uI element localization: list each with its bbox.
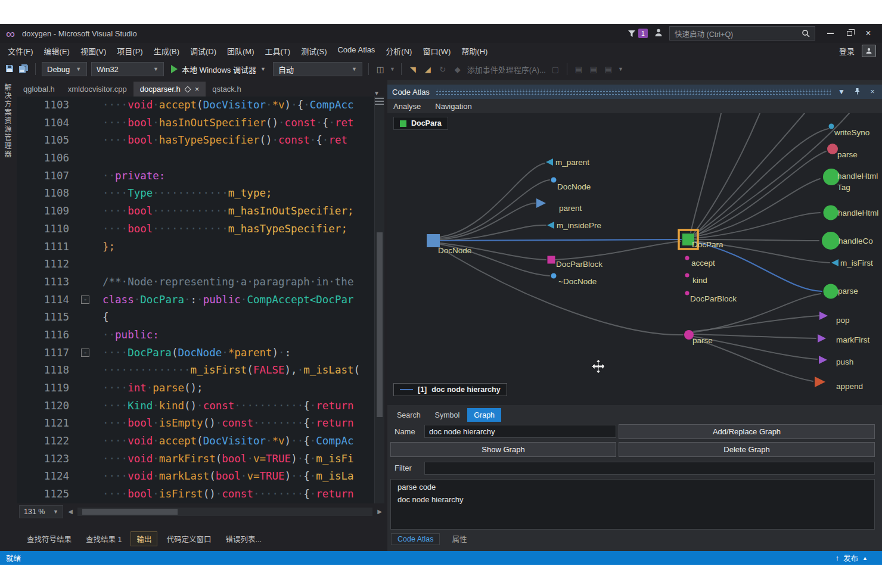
code-line[interactable]: 1122····void·accept(DocVisitor·*v)··{·Co… (17, 433, 384, 450)
graph-node-writesyno[interactable]: writeSyno (829, 124, 870, 138)
code-atlas-header[interactable]: Code Atlas ▼ × (387, 85, 882, 99)
atlas-bottom-tab-Code Atlas[interactable]: Code Atlas (391, 533, 440, 545)
code-line[interactable]: 1121····bool·isEmpty()·const········{·re… (17, 415, 384, 433)
menu-item-8[interactable]: 测试(S) (296, 43, 332, 58)
code-line[interactable]: 1113/**·Node·representing·a·paragraph·in… (17, 273, 384, 291)
atlas-tab-search[interactable]: Search (390, 408, 427, 422)
graph-node-handlehtml[interactable]: handleHtml (824, 206, 879, 220)
bottom-tab-代码定义窗口[interactable]: 代码定义窗口 (161, 532, 216, 546)
build-graph-icon[interactable]: ◥ (408, 65, 418, 74)
code-line[interactable]: 1120····Kind·kind()·const···········{·re… (17, 397, 384, 415)
fold-collapse-icon[interactable]: - (81, 295, 89, 304)
code-line[interactable]: 1108····Type············m_type; (17, 185, 384, 203)
menu-item-0[interactable]: 文件(F) (2, 43, 39, 58)
graph-node-handlehtmltag[interactable]: handleHtmlTag (823, 169, 878, 192)
code-line[interactable]: 1124····void·markLast(bool·v=TRUE)··{·m_… (17, 468, 384, 486)
atlas-menu-analyse[interactable]: Analyse (393, 102, 421, 111)
atlas-bottom-tab-属性[interactable]: 属性 (446, 532, 473, 546)
graph-node-pop[interactable]: pop (819, 312, 850, 325)
zoom-dropdown[interactable]: 131 %▼ (19, 505, 63, 518)
build-chart-icon[interactable]: ◢ (423, 65, 433, 74)
code-line[interactable]: 1109····bool············m_hasInOutSpecif… (17, 203, 384, 220)
graph-node-m-isfirst[interactable]: m_isFirst (831, 259, 873, 267)
graph-node-m-parent[interactable]: m_parent (546, 158, 589, 167)
wrench-icon[interactable]: ◆ (452, 65, 463, 74)
auto-dropdown[interactable]: 自动▼ (273, 62, 362, 76)
code-line[interactable]: 1104····bool·hasInOutSpecifier()·const·{… (17, 114, 384, 132)
atlas-tab-symbol[interactable]: Symbol (428, 408, 467, 422)
graph-node-accept[interactable]: accept (685, 256, 716, 268)
save-icon[interactable] (5, 64, 14, 75)
list-icon[interactable]: ▤ (603, 65, 614, 74)
code-line[interactable]: 1105····bool·hasTypeSpecifier()·const·{·… (17, 132, 384, 150)
code-line[interactable]: 1103····void·accept(DocVisitor·*v)·{·Com… (17, 97, 384, 114)
code-line[interactable]: 1119····int·parse(); (17, 379, 384, 397)
graph-node-kind[interactable]: kind (685, 273, 707, 285)
graph-name-input[interactable] (424, 425, 616, 438)
quick-launch-input[interactable]: 快速启动 (Ctrl+Q) (669, 26, 815, 41)
feedback-icon[interactable] (654, 28, 663, 39)
graph-node-docnode-member[interactable]: DocNode (551, 178, 591, 192)
graph-list-item[interactable]: doc node hierarchy (391, 493, 874, 506)
add-replace-graph-button[interactable]: Add/Replace Graph (619, 424, 875, 439)
sign-in-link[interactable]: 登录 (839, 45, 855, 57)
delete-graph-button[interactable]: Delete Graph (619, 442, 875, 457)
editor-tab-qstack.h[interactable]: qstack.h (206, 82, 247, 97)
menu-item-1[interactable]: 编辑(E) (39, 43, 75, 58)
code-line[interactable]: 1114-class·DocPara·:·public·CompAccept<D… (17, 291, 384, 309)
restore-button[interactable] (840, 26, 858, 41)
code-line[interactable]: 1106 (17, 150, 384, 167)
save-all-icon[interactable] (18, 64, 29, 75)
designer-icon[interactable]: ▢ (550, 65, 561, 74)
editor-tab-docparser.h[interactable]: docparser.h× (133, 82, 206, 97)
code-line[interactable]: 1118··············m_isFirst(FALSE),·m_is… (17, 362, 384, 379)
graph-node-parse-member[interactable]: parse (684, 330, 713, 345)
atlas-tab-graph[interactable]: Graph (467, 408, 501, 422)
menu-item-2[interactable]: 视图(V) (75, 43, 111, 58)
scroll-left-arrow-icon[interactable]: ◀ (66, 508, 75, 515)
code-line[interactable]: 1111}; (17, 238, 384, 256)
bottom-tab-输出[interactable]: 输出 (131, 531, 157, 546)
publish-button[interactable]: 发布 (843, 552, 858, 564)
close-panel-icon[interactable]: × (868, 88, 877, 96)
bottom-tab-查找结果 1[interactable]: 查找结果 1 (80, 532, 127, 546)
editor-tab-qglobal.h[interactable]: qglobal.h (17, 82, 61, 97)
menu-item-4[interactable]: 生成(B) (148, 43, 185, 58)
graph-canvas[interactable]: DocNodem_parentDocNodeparentm_insidePreD… (387, 113, 882, 405)
menu-item-3[interactable]: 项目(P) (111, 43, 148, 58)
user-avatar[interactable] (862, 45, 876, 57)
code-line[interactable]: 1115{ (17, 309, 384, 326)
tab-overflow-icon[interactable]: ▼ (374, 90, 384, 97)
graph-node-parent[interactable]: parent (536, 198, 582, 213)
close-button[interactable]: × (859, 26, 877, 41)
graph-node-docparblock-member[interactable]: DocParBlock (685, 291, 737, 304)
editor-horizontal-scrollbar[interactable] (77, 508, 372, 516)
graph-list-item[interactable]: parse code (391, 481, 874, 493)
close-tab-icon[interactable]: × (195, 85, 200, 93)
menu-item-11[interactable]: 窗口(W) (417, 43, 456, 58)
bottom-tab-查找符号结果[interactable]: 查找符号结果 (21, 532, 77, 546)
solution-config-dropdown[interactable]: Debug▼ (42, 62, 87, 76)
editor-split-grip[interactable] (375, 98, 384, 105)
code-line[interactable]: 1125····bool·isFirst()·const········{·re… (17, 486, 384, 503)
start-debug-button[interactable]: 本地 Windows 调试器 ▼ (168, 64, 269, 75)
window-preview-icon[interactable]: ◫ (375, 65, 386, 74)
code-line[interactable]: 1107··private: (17, 167, 384, 185)
refresh-icon[interactable]: ↻ (437, 65, 448, 74)
scroll-right-arrow-icon[interactable]: ▶ (375, 508, 384, 515)
code-line[interactable]: 1112 (17, 256, 384, 273)
graph-node-markfirst[interactable]: markFirst (818, 334, 869, 344)
list-icon[interactable]: ▤ (588, 65, 599, 74)
code-line[interactable]: 1110····bool············m_hasTypeSpecifi… (17, 220, 384, 238)
graph-node-parse-green[interactable]: parse (824, 284, 858, 299)
editor-tab-xmldocvisitor.cpp[interactable]: xmldocvisitor.cpp (61, 82, 133, 97)
graph-node-dtor-docnode[interactable]: ~DocNode (551, 273, 597, 287)
graph-node-append[interactable]: append (815, 377, 863, 391)
editor-vertical-scrollbar[interactable] (374, 97, 384, 503)
code-line[interactable]: 1123····void·markFirst(bool·v=TRUE)·{·m_… (17, 450, 384, 468)
atlas-menu-navigation[interactable]: Navigation (435, 102, 471, 111)
code-editor[interactable]: 1103····void·accept(DocVisitor·*v)·{·Com… (17, 97, 384, 503)
window-position-icon[interactable]: ▼ (837, 88, 846, 96)
add-event-handler-button[interactable]: 添加事件处理程序(A)... (467, 64, 546, 75)
platform-dropdown[interactable]: Win32▼ (91, 62, 164, 76)
